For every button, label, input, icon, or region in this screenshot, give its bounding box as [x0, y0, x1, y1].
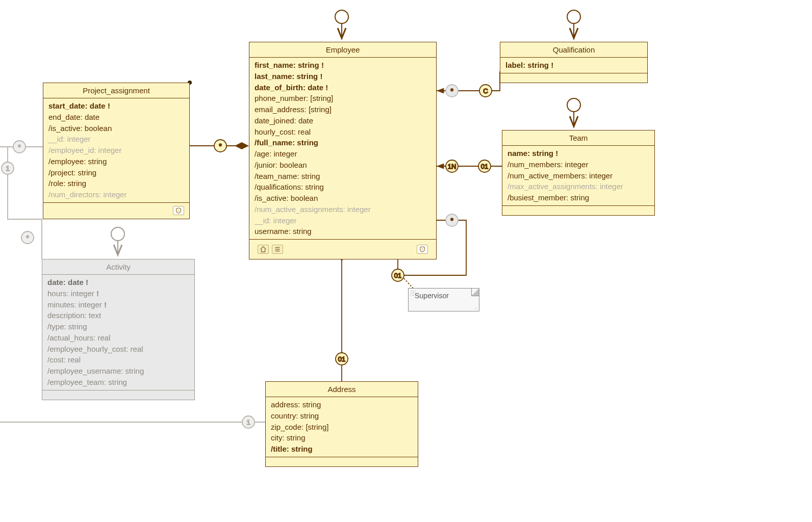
svg-text:!: !: [178, 208, 179, 212]
attr: /busiest_member: string: [508, 192, 649, 203]
class-title: Team: [502, 130, 654, 146]
attr: /is_active: boolean: [255, 193, 431, 204]
attr: /employee_username: string: [47, 366, 189, 377]
class-employee[interactable]: Employee first_name: string !last_name: …: [249, 42, 437, 259]
attr: /employee_id: integer: [48, 145, 184, 156]
svg-text:01: 01: [338, 355, 345, 363]
attr: email_address: [string]: [255, 104, 431, 115]
class-title: Project_assignment: [43, 83, 189, 98]
attr: date_joined: date: [255, 115, 431, 126]
attr-list: first_name: string !last_name: string !d…: [249, 58, 436, 240]
attr: date_of_birth: date !: [255, 82, 431, 93]
attr: city: string: [271, 432, 413, 443]
attr: /actual_hours: real: [47, 332, 189, 344]
class-title: Qualification: [500, 42, 647, 58]
svg-point-32: [242, 416, 255, 428]
attr: end_date: date: [48, 112, 184, 123]
attr: date: date !: [47, 277, 189, 288]
svg-point-24: [336, 353, 348, 365]
attr-list: start_date: date !end_date: date/is_acti…: [43, 98, 189, 203]
svg-point-4: [567, 98, 580, 112]
attr: zip_code: [string]: [271, 422, 413, 433]
attr: /employee_hourly_cost: real: [47, 344, 189, 355]
class-title: Address: [266, 382, 418, 397]
attr: hours: integer !: [47, 288, 189, 299]
class-activity[interactable]: Activity date: date !hours: integer !min…: [42, 259, 195, 400]
class-team[interactable]: Team name: string !/num_members: integer…: [502, 130, 655, 216]
home-icon[interactable]: [258, 245, 269, 254]
attr: country: string: [271, 410, 413, 422]
svg-text:*: *: [450, 217, 453, 224]
attr: start_date: date !: [48, 100, 184, 112]
attr-list: name: string !/num_members: integer/num_…: [502, 146, 654, 206]
attr: phone_number: [string]: [255, 93, 431, 104]
attr: minutes: integer !: [47, 299, 189, 310]
attr: name: string !: [508, 148, 649, 159]
attr: /num_directors: integer: [48, 189, 184, 200]
svg-point-30: [21, 231, 34, 244]
attr: /employee_team: string: [47, 377, 189, 388]
attr: /role: string: [48, 178, 184, 189]
note-label: Supervisor: [415, 292, 449, 300]
svg-text:*: *: [26, 234, 29, 242]
svg-point-2: [567, 10, 580, 23]
attr: address: string: [271, 399, 413, 410]
attr: /junior: boolean: [255, 160, 431, 171]
attr: /age: integer: [255, 148, 431, 160]
attr: /title: string: [271, 443, 413, 455]
attr: /cost: real: [47, 354, 189, 366]
attr: last_name: string !: [255, 71, 431, 82]
attr: username: string: [255, 226, 431, 237]
svg-text:1N: 1N: [448, 163, 456, 170]
svg-point-15: [446, 160, 458, 172]
shield-warning-icon: !: [173, 206, 184, 215]
attr: /max_active_assignments: integer: [508, 181, 649, 192]
attr: /is_active: boolean: [48, 123, 184, 134]
svg-text:1: 1: [6, 165, 9, 172]
attr: /type: string: [47, 321, 189, 332]
attr: /num_members: integer: [508, 159, 649, 170]
class-title: Activity: [42, 259, 194, 275]
svg-point-11: [446, 85, 458, 97]
class-qualification[interactable]: Qualification label: string !: [500, 42, 648, 83]
attr: __id: integer: [255, 215, 431, 226]
shield-warning-icon: !: [417, 245, 428, 254]
svg-text:*: *: [450, 87, 453, 95]
note-supervisor: ∷∷∷∷ Supervisor .:: [408, 288, 479, 311]
list-icon[interactable]: [272, 245, 283, 254]
attr: description: text: [47, 310, 189, 321]
class-address[interactable]: Address address: stringcountry: stringzi…: [265, 381, 418, 467]
svg-point-6: [111, 227, 124, 241]
attr: /full_name: string: [255, 137, 431, 148]
attr: first_name: string !: [255, 60, 431, 71]
svg-point-26: [13, 141, 26, 153]
svg-point-20: [446, 214, 458, 226]
attr-list: label: string !: [500, 58, 647, 73]
attr: /team_name: string: [255, 171, 431, 182]
svg-point-0: [335, 10, 348, 23]
svg-text:01: 01: [394, 272, 401, 279]
class-project-assignment[interactable]: Project_assignment start_date: date !end…: [43, 83, 190, 219]
attr: label: string !: [505, 60, 642, 71]
attr-list: date: date !hours: integer !minutes: int…: [42, 275, 194, 390]
svg-text:01: 01: [481, 163, 488, 170]
svg-text:C: C: [483, 87, 488, 95]
svg-point-13: [479, 85, 492, 97]
svg-point-8: [214, 140, 226, 152]
attr: /qualifications: string: [255, 181, 431, 193]
attr: /employee: string: [48, 156, 184, 167]
attr: /project: string: [48, 167, 184, 178]
svg-text:*: *: [18, 143, 20, 151]
svg-point-17: [478, 160, 491, 172]
class-title: Employee: [249, 42, 436, 58]
attr: /num_active_members: integer: [508, 170, 649, 181]
attr-list: address: stringcountry: stringzip_code: …: [266, 397, 418, 457]
attr: hourly_cost: real: [255, 126, 431, 138]
svg-text:1: 1: [246, 419, 250, 426]
svg-point-22: [392, 269, 404, 281]
attr: /num_active_assignments: integer: [255, 204, 431, 215]
svg-text:!: !: [422, 248, 423, 251]
attr: __id: integer: [48, 134, 184, 145]
svg-text:*: *: [219, 142, 221, 150]
svg-point-28: [2, 162, 14, 174]
